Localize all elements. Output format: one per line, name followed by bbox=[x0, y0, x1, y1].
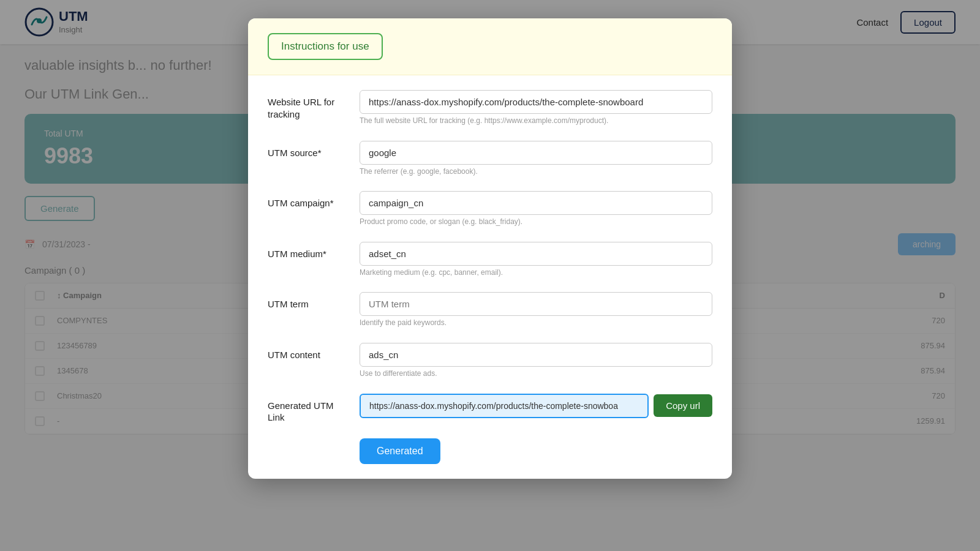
utm-source-row: UTM source* The referrer (e.g. google, f… bbox=[268, 141, 712, 177]
utm-source-hint: The referrer (e.g. google, facebook). bbox=[360, 167, 712, 177]
utm-medium-row: UTM medium* Marketing medium (e.g. cpc, … bbox=[268, 242, 712, 278]
utm-source-field-wrap: The referrer (e.g. google, facebook). bbox=[360, 141, 712, 177]
utm-campaign-input[interactable] bbox=[360, 191, 712, 215]
website-url-input[interactable] bbox=[360, 90, 712, 114]
instructions-button[interactable]: Instructions for use bbox=[268, 33, 383, 60]
utm-campaign-hint: Product promo code, or slogan (e.g. blac… bbox=[360, 217, 712, 227]
generated-utm-input-wrap: Copy url bbox=[360, 394, 712, 418]
utm-medium-input[interactable] bbox=[360, 242, 712, 266]
utm-source-input[interactable] bbox=[360, 141, 712, 165]
utm-generator-modal: Instructions for use Website URL for tra… bbox=[248, 18, 732, 479]
generate-btn-row: Generated bbox=[268, 438, 712, 464]
utm-term-field-wrap: Identify the paid keywords. bbox=[360, 292, 712, 328]
copy-url-button[interactable]: Copy url bbox=[654, 394, 712, 417]
utm-term-row: UTM term Identify the paid keywords. bbox=[268, 292, 712, 328]
generated-utm-input[interactable] bbox=[360, 394, 649, 418]
utm-term-input[interactable] bbox=[360, 292, 712, 316]
utm-medium-field-wrap: Marketing medium (e.g. cpc, banner, emai… bbox=[360, 242, 712, 278]
utm-content-row: UTM content Use to differentiate ads. bbox=[268, 343, 712, 379]
utm-medium-label: UTM medium* bbox=[268, 242, 347, 260]
website-url-row: Website URL for tracking The full websit… bbox=[268, 90, 712, 126]
generate-button[interactable]: Generated bbox=[360, 438, 440, 464]
utm-campaign-row: UTM campaign* Product promo code, or slo… bbox=[268, 191, 712, 227]
utm-campaign-label: UTM campaign* bbox=[268, 191, 347, 209]
website-url-hint: The full website URL for tracking (e.g. … bbox=[360, 116, 712, 126]
utm-source-label: UTM source* bbox=[268, 141, 347, 159]
utm-term-hint: Identify the paid keywords. bbox=[360, 318, 712, 328]
website-url-label: Website URL for tracking bbox=[268, 90, 347, 120]
utm-content-field-wrap: Use to differentiate ads. bbox=[360, 343, 712, 379]
utm-content-hint: Use to differentiate ads. bbox=[360, 369, 712, 379]
instructions-banner: Instructions for use bbox=[248, 18, 732, 75]
generated-utm-label: Generated UTM Link bbox=[268, 394, 347, 424]
utm-medium-hint: Marketing medium (e.g. cpc, banner, emai… bbox=[360, 268, 712, 278]
utm-term-label: UTM term bbox=[268, 292, 347, 310]
utm-campaign-field-wrap: Product promo code, or slogan (e.g. blac… bbox=[360, 191, 712, 227]
form-area: Website URL for tracking The full websit… bbox=[248, 75, 732, 479]
generated-utm-row: Generated UTM Link Copy url bbox=[268, 394, 712, 424]
website-url-field-wrap: The full website URL for tracking (e.g. … bbox=[360, 90, 712, 126]
utm-content-label: UTM content bbox=[268, 343, 347, 361]
utm-content-input[interactable] bbox=[360, 343, 712, 367]
